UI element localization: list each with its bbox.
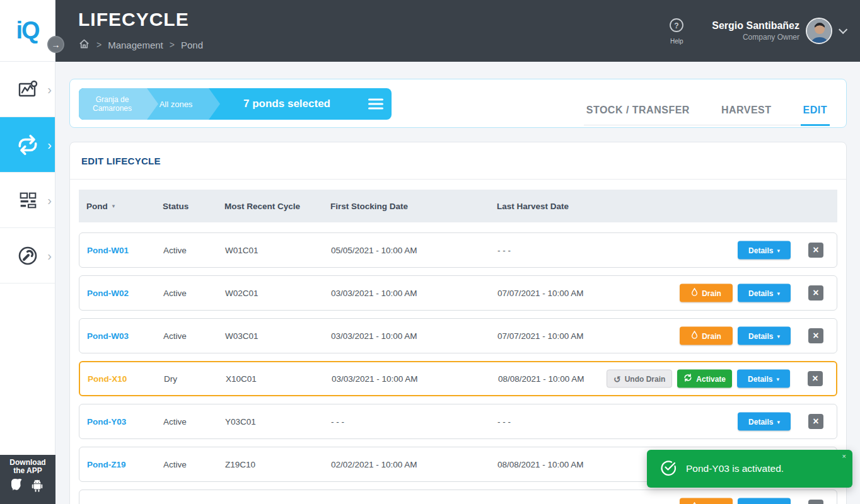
chevron-right-icon: › (47, 139, 52, 151)
column-header-last-harvest: Last Harvest Date (497, 202, 837, 211)
monitor-chart-icon (16, 78, 39, 101)
column-header-cycle: Most Recent Cycle (224, 202, 330, 211)
dashboard-grid-icon (17, 190, 38, 211)
help-button[interactable]: ? Help (669, 18, 684, 45)
help-icon: ? (669, 18, 684, 35)
help-label: Help (670, 38, 683, 45)
first-stocking-cell: 03/03/2021 - 10:00 AM (331, 331, 497, 341)
app-logo[interactable]: iQ (0, 0, 55, 62)
pond-link[interactable]: Pond-W02 (87, 289, 163, 298)
tab-harvest[interactable]: HARVEST (719, 105, 774, 125)
avatar[interactable] (806, 18, 832, 44)
sidebar-item-monitoring[interactable]: › (0, 62, 55, 117)
home-icon[interactable] (78, 38, 90, 52)
download-line2: the APP (0, 467, 55, 475)
farm-segment[interactable]: Granja de Camarones (79, 88, 158, 120)
caret-down-icon: ▾ (777, 290, 780, 296)
column-header-status: Status (163, 202, 224, 211)
status-cell: Active (163, 246, 225, 255)
breadcrumb-item-pond[interactable]: Pond (181, 40, 203, 50)
chevron-right-icon: › (47, 249, 52, 262)
first-stocking-cell: 05/05/2021 - 10:00 AM (331, 246, 497, 255)
tab-stock-transfer[interactable]: STOCK / TRANSFER (584, 105, 692, 125)
drain-button[interactable]: Drain (680, 284, 733, 302)
sidebar-collapse-button[interactable]: → (47, 36, 64, 53)
droplet-icon (691, 502, 698, 504)
pond-link[interactable]: Pond-W01 (87, 246, 163, 255)
cycle-cell: W01C01 (225, 246, 331, 255)
top-header: LIFECYCLE > Management > Pond ? Help (55, 0, 860, 62)
status-cell: Active (163, 331, 225, 341)
caret-down-icon: ▾ (777, 333, 780, 339)
status-cell: Active (163, 460, 225, 469)
pond-selection-breadcrumb: 7 ponds selected All zones Granja de Cam… (79, 88, 392, 120)
settings-wrench-icon (16, 244, 39, 267)
first-stocking-cell: - - - (331, 417, 497, 427)
table-row: Pond-W02 Active W02C01 03/03/2021 - 10:0… (79, 275, 837, 311)
drain-button[interactable]: Drain (680, 498, 733, 504)
sidebar-item-settings[interactable]: › (0, 228, 55, 284)
activate-button[interactable]: Activate (677, 370, 732, 388)
undo-icon: ↺ (613, 374, 621, 383)
refresh-icon (683, 374, 692, 384)
remove-row-button[interactable]: × (808, 328, 823, 343)
sidebar-item-dashboard[interactable]: › (0, 173, 55, 228)
chevron-right-icon: › (47, 83, 52, 96)
apple-icon[interactable] (11, 479, 24, 495)
details-button[interactable]: Details▾ (738, 241, 791, 260)
pond-link[interactable]: Pond-Z19 (87, 460, 163, 469)
breadcrumb-separator: > (96, 40, 102, 50)
breadcrumb: > Management > Pond (78, 38, 203, 52)
main-content: 7 ponds selected All zones Granja de Cam… (55, 62, 860, 504)
logo-text: iQ (16, 17, 38, 44)
table-row: Pond-W03 Active W03C01 03/03/2021 - 10:0… (79, 318, 837, 353)
details-button[interactable]: Details▾ (737, 370, 790, 388)
user-name: Sergio Santibañez (712, 20, 799, 32)
pond-link[interactable]: Pond-W03 (87, 331, 163, 341)
svg-text:?: ? (675, 21, 679, 30)
remove-row-button[interactable]: × (808, 500, 823, 504)
sort-caret-icon: ▾ (112, 203, 115, 209)
row-actions: DrainDetails▾ (680, 327, 791, 345)
page-title: LIFECYCLE (78, 9, 189, 30)
toast-close-icon[interactable]: × (842, 452, 846, 460)
status-cell: Active (163, 289, 225, 298)
undo-drain-button[interactable]: ↺Undo Drain (607, 370, 672, 388)
column-header-pond[interactable]: Pond ▾ (86, 202, 163, 211)
remove-row-button[interactable]: × (808, 243, 823, 258)
remove-row-button[interactable]: × (808, 371, 823, 386)
android-icon[interactable] (30, 479, 44, 495)
column-header-first-stocking: First Stocking Date (330, 202, 497, 211)
ponds-selected-label: 7 ponds selected (220, 88, 354, 120)
cycle-cell: W03C01 (225, 331, 331, 341)
remove-row-button[interactable]: × (808, 285, 823, 301)
row-actions: DrainDetails▾ (680, 498, 791, 504)
download-app-banner[interactable]: Download the APP (0, 455, 55, 504)
row-actions: ↺Undo DrainActivateDetails▾ (607, 370, 790, 388)
sidebar: iQ › › (0, 0, 55, 504)
user-menu[interactable]: Sergio Santibañez Company Owner (712, 18, 845, 44)
pond-link[interactable]: Pond-X10 (88, 374, 164, 384)
status-cell: Dry (164, 374, 226, 384)
details-button[interactable]: Details▾ (738, 498, 791, 504)
hamburger-menu-icon[interactable] (368, 96, 383, 112)
status-cell: Active (163, 417, 225, 427)
tab-edit[interactable]: EDIT (801, 105, 830, 126)
caret-down-icon: ▾ (776, 375, 779, 382)
check-circle-icon (660, 459, 677, 479)
pond-link[interactable]: Pond-Y03 (87, 417, 163, 427)
table-row: Pond-Y03 Active Y03C01 - - - - - - Detai… (79, 404, 837, 439)
sidebar-item-lifecycle[interactable]: › (0, 117, 55, 173)
first-stocking-cell: 02/02/2021 - 10:00 AM (331, 460, 497, 469)
remove-row-button[interactable]: × (808, 414, 823, 429)
panel-title: EDIT LIFECYCLE (81, 156, 161, 166)
breadcrumb-item-management[interactable]: Management (108, 40, 163, 50)
details-button[interactable]: Details▾ (738, 413, 791, 431)
cycle-cell: Z19C10 (225, 460, 331, 469)
drain-button[interactable]: Drain (680, 327, 733, 345)
table-row: Pond-W01 Active W01C01 05/05/2021 - 10:0… (79, 232, 837, 268)
details-button[interactable]: Details▾ (738, 327, 791, 345)
pond-selection-card: 7 ponds selected All zones Granja de Cam… (69, 79, 847, 128)
cycle-cell: X10C01 (226, 374, 332, 384)
details-button[interactable]: Details▾ (738, 284, 791, 302)
